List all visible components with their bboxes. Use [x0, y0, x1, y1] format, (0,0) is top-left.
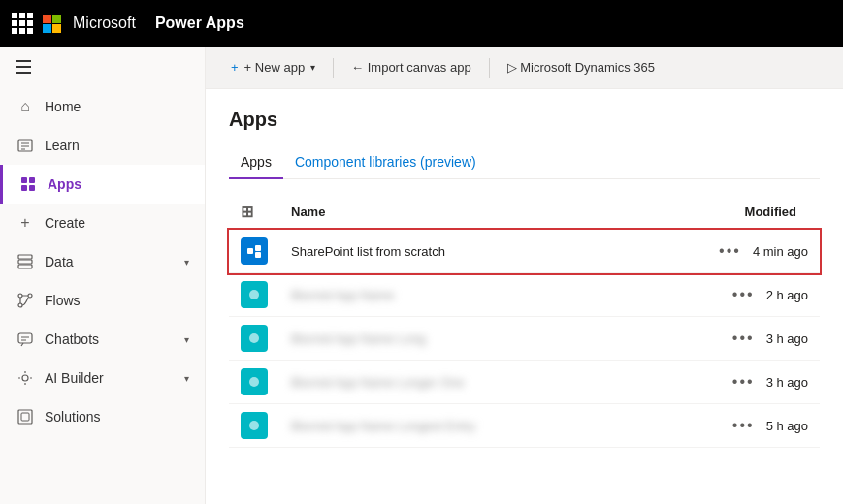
- app-name-blurred: Blurred App Name Longer One: [291, 375, 465, 390]
- data-icon: [16, 252, 35, 271]
- ai-builder-chevron-icon: ▾: [184, 373, 189, 384]
- app-name-cell: Blurred App Name Longer One: [279, 361, 630, 404]
- app-icon-teal: [241, 368, 268, 395]
- app-name-cell: SharePoint list from scratch: [279, 230, 630, 273]
- table-header-row: ⊞ Name Modified: [229, 195, 820, 230]
- learn-icon: [16, 136, 35, 155]
- sidebar-item-label-learn: Learn: [45, 138, 80, 153]
- tab-component-libraries[interactable]: Component libraries (preview): [283, 146, 488, 178]
- app-icon-teal: [241, 281, 268, 308]
- svg-rect-14: [18, 333, 32, 343]
- svg-point-12: [28, 294, 32, 298]
- toolbar-divider-1: [333, 58, 334, 78]
- app-name-blurred: Blurred App Name: [291, 288, 394, 302]
- waffle-icon[interactable]: [12, 13, 33, 34]
- page-content: Apps Apps Component libraries (preview) …: [206, 89, 843, 504]
- col-modified-header: Modified: [630, 195, 820, 230]
- svg-point-17: [22, 375, 28, 381]
- hamburger-button[interactable]: [0, 47, 205, 87]
- svg-point-11: [18, 294, 22, 298]
- svg-rect-23: [21, 413, 29, 421]
- main-layout: ⌂ Home Learn: [0, 47, 843, 504]
- app-name-text: SharePoint list from scratch: [291, 244, 445, 259]
- sidebar-item-label-ai-builder: AI Builder: [45, 370, 104, 386]
- sidebar-item-label-data: Data: [45, 254, 74, 269]
- import-label: ← Import canvas app: [351, 60, 471, 75]
- content-area: + + New app ▾ ← Import canvas app ▷ Micr…: [206, 47, 843, 504]
- page-title: Apps: [229, 109, 820, 131]
- svg-rect-9: [18, 260, 32, 264]
- app-modified-time: 5 h ago: [766, 419, 808, 433]
- svg-point-27: [249, 290, 259, 299]
- svg-rect-22: [18, 410, 32, 424]
- svg-point-13: [18, 303, 22, 307]
- new-app-label: + New app: [244, 60, 306, 75]
- sidebar-item-label-create: Create: [45, 215, 85, 231]
- table-row[interactable]: Blurred App Name Longest Entry ••• 5 h a…: [229, 404, 820, 448]
- svg-rect-8: [18, 255, 32, 259]
- ai-builder-icon: [16, 368, 35, 388]
- flows-icon: [16, 291, 35, 310]
- svg-point-29: [249, 377, 259, 387]
- app-name-cell: Blurred App Name: [279, 273, 630, 317]
- svg-rect-7: [29, 185, 35, 191]
- microsoft-label: Microsoft: [73, 15, 136, 32]
- table-row[interactable]: Blurred App Name Long ••• 3 h ago: [229, 317, 820, 361]
- sidebar-item-apps[interactable]: Apps: [0, 165, 205, 204]
- more-options-button[interactable]: •••: [719, 242, 741, 260]
- tab-apps[interactable]: Apps: [229, 146, 283, 179]
- svg-rect-10: [18, 265, 32, 268]
- solutions-icon: [16, 407, 35, 426]
- sidebar-item-solutions[interactable]: Solutions: [0, 397, 205, 436]
- app-icon-cell: [229, 361, 279, 404]
- new-app-icon: +: [231, 60, 239, 75]
- sidebar-item-label-home: Home: [45, 99, 81, 114]
- app-icon-cell: [229, 404, 279, 448]
- dynamics-label: ▷ Microsoft Dynamics 365: [507, 60, 655, 75]
- new-app-button[interactable]: + + New app ▾: [221, 54, 325, 80]
- tabs-bar: Apps Component libraries (preview): [229, 146, 820, 179]
- col-name-header: Name: [279, 195, 630, 230]
- svg-point-28: [249, 333, 259, 343]
- table-row[interactable]: SharePoint list from scratch ••• 4 min a…: [229, 230, 820, 273]
- data-chevron-icon: ▾: [184, 257, 189, 268]
- svg-rect-6: [21, 185, 27, 191]
- app-name-cell: Blurred App Name Longest Entry: [279, 404, 630, 448]
- hamburger-icon: [16, 60, 189, 74]
- more-options-button[interactable]: •••: [732, 286, 755, 303]
- sidebar-item-ai-builder[interactable]: AI Builder ▾: [0, 359, 205, 397]
- svg-point-30: [249, 421, 259, 430]
- app-time-cell: ••• 2 h ago: [630, 273, 820, 317]
- app-time-cell: ••• 3 h ago: [630, 361, 820, 404]
- table-grid-icon: ⊞: [241, 204, 253, 220]
- app-modified-time: 4 min ago: [753, 244, 808, 259]
- sidebar-item-label-chatbots: Chatbots: [45, 331, 99, 347]
- sidebar-item-learn[interactable]: Learn: [0, 126, 205, 165]
- import-canvas-button[interactable]: ← Import canvas app: [341, 54, 481, 80]
- sidebar-item-chatbots[interactable]: Chatbots ▾: [0, 320, 205, 359]
- sidebar-item-flows[interactable]: Flows: [0, 281, 205, 320]
- app-name-label: Power Apps: [155, 15, 244, 32]
- sidebar-item-create[interactable]: + Create: [0, 204, 205, 242]
- topbar: Microsoft Power Apps: [0, 0, 843, 47]
- more-options-button[interactable]: •••: [732, 417, 755, 434]
- sidebar-item-home[interactable]: ⌂ Home: [0, 87, 205, 126]
- app-modified-time: 3 h ago: [766, 375, 808, 390]
- more-options-button[interactable]: •••: [732, 373, 755, 391]
- microsoft-logo: [43, 15, 61, 33]
- sidebar-item-data[interactable]: Data ▾: [0, 242, 205, 281]
- sidebar: ⌂ Home Learn: [0, 47, 206, 504]
- svg-rect-25: [255, 245, 261, 251]
- toolbar-divider-2: [489, 58, 490, 78]
- table-row[interactable]: Blurred App Name Longer One ••• 3 h ago: [229, 361, 820, 404]
- dynamics-button[interactable]: ▷ Microsoft Dynamics 365: [498, 54, 665, 80]
- svg-rect-4: [21, 177, 27, 183]
- more-options-button[interactable]: •••: [732, 330, 755, 347]
- app-icon-cell: [229, 317, 279, 361]
- toolbar: + + New app ▾ ← Import canvas app ▷ Micr…: [206, 47, 843, 89]
- create-icon: +: [16, 213, 35, 233]
- table-row[interactable]: Blurred App Name ••• 2 h ago: [229, 273, 820, 317]
- svg-rect-26: [255, 252, 261, 258]
- app-name-cell: Blurred App Name Long: [279, 317, 630, 361]
- new-app-chevron-icon: ▾: [310, 62, 315, 73]
